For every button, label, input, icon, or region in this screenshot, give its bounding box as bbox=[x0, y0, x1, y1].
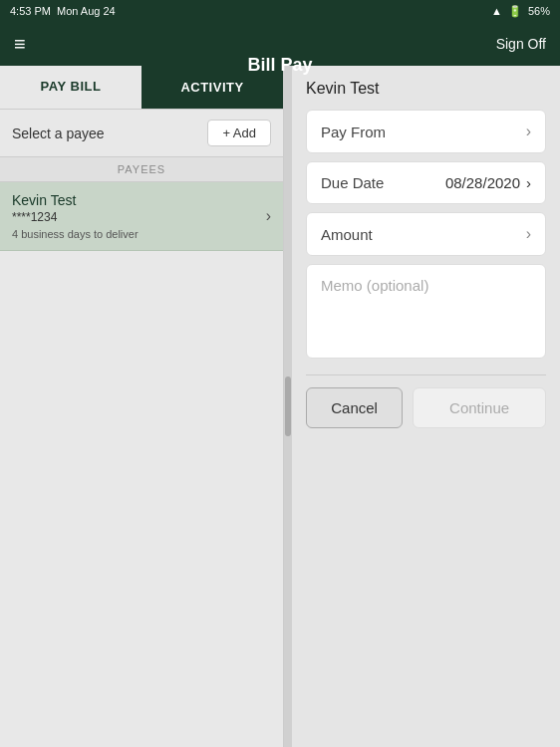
header-title: Bill Pay bbox=[247, 55, 312, 76]
battery-pct: 56% bbox=[528, 5, 550, 17]
scrollbar-thumb[interactable] bbox=[285, 376, 291, 436]
pay-from-label: Pay From bbox=[321, 124, 386, 140]
payee-info: Kevin Test ****1234 4 business days to d… bbox=[12, 192, 139, 240]
amount-row[interactable]: Amount › bbox=[306, 212, 546, 256]
status-right: ▲ 🔋 56% bbox=[491, 5, 550, 18]
battery-icon: 🔋 bbox=[508, 5, 522, 18]
amount-chevron-icon: › bbox=[526, 225, 531, 243]
memo-placeholder: Memo (optional) bbox=[321, 277, 428, 294]
payee-account: ****1234 bbox=[12, 210, 139, 224]
select-payee-label: Select a payee bbox=[12, 125, 105, 141]
buttons-row: Cancel Continue bbox=[306, 387, 546, 428]
continue-button[interactable]: Continue bbox=[413, 387, 546, 428]
app-header: ≡ Bill Pay Sign Off bbox=[0, 22, 560, 66]
left-panel: PAY BILL ACTIVITY Select a payee + Add P… bbox=[0, 66, 284, 747]
form-divider bbox=[306, 374, 546, 375]
select-payee-row: Select a payee + Add bbox=[0, 110, 283, 157]
status-day: Mon Aug 24 bbox=[57, 5, 116, 17]
status-bar: 4:53 PM Mon Aug 24 ▲ 🔋 56% bbox=[0, 0, 560, 22]
menu-icon[interactable]: ≡ bbox=[14, 33, 26, 56]
panel-divider bbox=[284, 66, 292, 747]
due-date-label: Due Date bbox=[321, 174, 384, 191]
tab-pay-bill[interactable]: PAY BILL bbox=[0, 66, 141, 109]
payee-chevron-icon: › bbox=[266, 207, 271, 225]
wifi-icon: ▲ bbox=[491, 5, 502, 17]
main-layout: PAY BILL ACTIVITY Select a payee + Add P… bbox=[0, 66, 560, 747]
payee-name: Kevin Test bbox=[12, 192, 139, 208]
payee-item[interactable]: Kevin Test ****1234 4 business days to d… bbox=[0, 182, 283, 251]
due-date-row[interactable]: Due Date 08/28/2020 › bbox=[306, 161, 546, 204]
right-panel: Kevin Test Pay From › Due Date 08/28/202… bbox=[292, 66, 560, 747]
add-payee-button[interactable]: + Add bbox=[207, 120, 271, 146]
status-time: 4:53 PM bbox=[10, 5, 51, 17]
tabs: PAY BILL ACTIVITY bbox=[0, 66, 283, 110]
payees-section-label: PAYEES bbox=[0, 157, 283, 182]
due-date-value: 08/28/2020 › bbox=[445, 174, 531, 191]
cancel-button[interactable]: Cancel bbox=[306, 387, 403, 428]
pay-from-chevron-icon: › bbox=[526, 123, 531, 140]
payee-delivery: 4 business days to deliver bbox=[12, 228, 139, 240]
sign-off-button[interactable]: Sign Off bbox=[496, 36, 546, 52]
amount-label: Amount bbox=[321, 226, 373, 243]
due-date-chevron-icon: › bbox=[526, 174, 531, 191]
selected-payee-name: Kevin Test bbox=[306, 80, 546, 98]
status-left: 4:53 PM Mon Aug 24 bbox=[10, 5, 116, 17]
memo-box[interactable]: Memo (optional) bbox=[306, 264, 546, 359]
pay-from-row[interactable]: Pay From › bbox=[306, 110, 546, 153]
